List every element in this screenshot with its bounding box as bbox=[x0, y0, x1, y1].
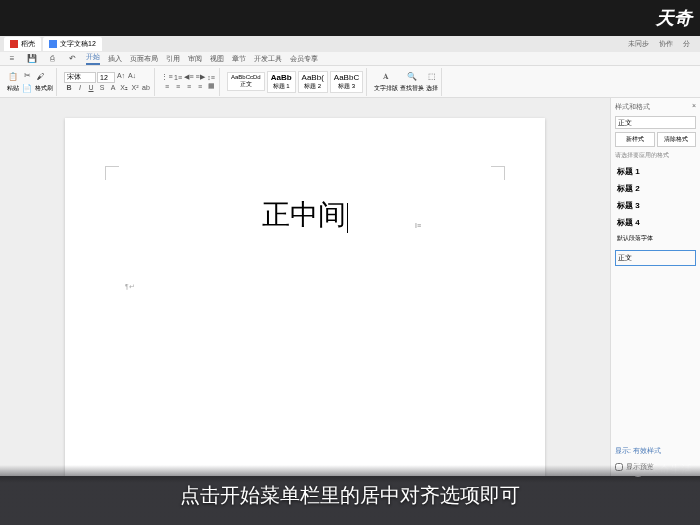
text-cursor bbox=[347, 203, 348, 233]
subscript-button[interactable]: X₂ bbox=[119, 84, 129, 92]
style-item-default[interactable]: 默认段落字体 bbox=[615, 231, 696, 246]
style-heading2[interactable]: AaBb( 标题 2 bbox=[298, 71, 328, 93]
menu-section[interactable]: 章节 bbox=[232, 54, 246, 64]
font-size-select[interactable] bbox=[97, 72, 115, 83]
current-style-field[interactable] bbox=[615, 116, 696, 129]
page[interactable]: 正中间 ¶↵ bbox=[65, 118, 545, 476]
italic-button[interactable]: I bbox=[75, 84, 85, 92]
sync-status[interactable]: 未同步 bbox=[628, 39, 649, 49]
style-item-h4[interactable]: 标题 4 bbox=[615, 214, 696, 231]
menu-icon[interactable]: ≡ bbox=[6, 53, 18, 65]
tab-document[interactable]: 文字文稿12 bbox=[43, 37, 102, 51]
align-left-icon[interactable]: ≡ bbox=[162, 82, 172, 90]
style-gallery: AaBbCcDd 正文 AaBb 标题 1 AaBb( 标题 2 AaBbC 标… bbox=[224, 68, 367, 96]
indent-inc-icon[interactable]: ≡▶ bbox=[195, 73, 205, 81]
video-top-bar: 天奇 bbox=[0, 0, 700, 36]
show-filter-link[interactable]: 显示: 有效样式 bbox=[615, 446, 697, 456]
paragraph-group: ⋮≡ 1≡ ◀≡ ≡▶ ↕≡ ≡ ≡ ≡ ≡ ▦ bbox=[159, 68, 220, 96]
tab-docer[interactable]: 稻壳 bbox=[4, 37, 41, 51]
superscript-button[interactable]: X² bbox=[130, 84, 140, 92]
align-justify-icon[interactable]: ≡ bbox=[195, 82, 205, 90]
find-replace-icon[interactable]: 🔍 bbox=[406, 71, 418, 83]
highlight-button[interactable]: ab bbox=[141, 84, 151, 92]
align-right-icon[interactable]: ≡ bbox=[184, 82, 194, 90]
increase-font-icon[interactable]: A↑ bbox=[116, 72, 126, 80]
save-icon[interactable]: 💾 bbox=[26, 53, 38, 65]
editing-group: 𝐀 文字排版 🔍 查找替换 ⬚ 选择 bbox=[371, 68, 442, 96]
document-viewport[interactable]: 正中间 ¶↵ I≡ bbox=[0, 98, 610, 476]
style-item-h2[interactable]: 标题 2 bbox=[615, 180, 696, 197]
panel-hint: 请选择要应用的格式 bbox=[615, 151, 696, 160]
style-item-h3[interactable]: 标题 3 bbox=[615, 197, 696, 214]
bullets-icon[interactable]: ⋮≡ bbox=[162, 73, 172, 81]
wps-window: 稻壳 文字文稿12 未同步 协作 分 ≡ 💾 ⎙ ↶ 开始 插入 页面布局 引用… bbox=[0, 36, 700, 476]
panel-close-icon[interactable]: × bbox=[692, 102, 696, 112]
menu-start[interactable]: 开始 bbox=[86, 52, 100, 65]
strike-button[interactable]: S bbox=[97, 84, 107, 92]
new-style-button[interactable]: 新样式 bbox=[615, 132, 655, 147]
copy-icon[interactable]: 📄 bbox=[21, 82, 33, 94]
menu-layout[interactable]: 页面布局 bbox=[130, 54, 158, 64]
style-item-body[interactable]: 正文 bbox=[615, 250, 696, 266]
content-area: 正中间 ¶↵ I≡ 样式和格式 × 新样式 清除格式 请选择要应用的格式 标题 … bbox=[0, 98, 700, 476]
font-group: A↑ A↓ B I U S A X₂ X² ab bbox=[61, 68, 155, 96]
ibeam-cursor-icon: I≡ bbox=[415, 222, 421, 229]
bold-button[interactable]: B bbox=[64, 84, 74, 92]
format-brush-icon[interactable]: 🖌 bbox=[35, 71, 47, 83]
decrease-font-icon[interactable]: A↓ bbox=[127, 72, 137, 80]
shading-icon[interactable]: ▦ bbox=[206, 82, 216, 90]
style-normal[interactable]: AaBbCcDd 正文 bbox=[227, 72, 265, 91]
paragraph-mark-icon: ¶↵ bbox=[125, 283, 135, 291]
font-family-select[interactable] bbox=[64, 72, 96, 83]
style-item-h1[interactable]: 标题 1 bbox=[615, 163, 696, 180]
numbering-icon[interactable]: 1≡ bbox=[173, 73, 183, 81]
collab-button[interactable]: 协作 bbox=[659, 39, 673, 49]
panel-title: 样式和格式 bbox=[615, 102, 650, 112]
font-color-button[interactable]: A bbox=[108, 84, 118, 92]
tab-bar-actions: 未同步 协作 分 bbox=[628, 39, 696, 49]
style-heading1[interactable]: AaBb 标题 1 bbox=[267, 71, 296, 93]
underline-button[interactable]: U bbox=[86, 84, 96, 92]
indent-dec-icon[interactable]: ◀≡ bbox=[184, 73, 194, 81]
menu-insert[interactable]: 插入 bbox=[108, 54, 122, 64]
ribbon-menu: ≡ 💾 ⎙ ↶ 开始 插入 页面布局 引用 审阅 视图 章节 开发工具 会员专享 bbox=[0, 52, 700, 66]
select-icon[interactable]: ⬚ bbox=[426, 71, 438, 83]
document-tab-bar: 稻壳 文字文稿12 未同步 协作 分 bbox=[0, 36, 700, 52]
paste-icon[interactable]: 📋 bbox=[7, 71, 19, 83]
line-spacing-icon[interactable]: ↕≡ bbox=[206, 73, 216, 81]
style-heading3[interactable]: AaBbC 标题 3 bbox=[330, 71, 363, 93]
menu-member[interactable]: 会员专享 bbox=[290, 54, 318, 64]
menu-view[interactable]: 视图 bbox=[210, 54, 224, 64]
menu-references[interactable]: 引用 bbox=[166, 54, 180, 64]
margin-corner-tr bbox=[491, 166, 505, 180]
clear-format-button[interactable]: 清除格式 bbox=[657, 132, 697, 147]
document-text[interactable]: 正中间 bbox=[115, 196, 495, 234]
share-button[interactable]: 分 bbox=[683, 39, 690, 49]
undo-icon[interactable]: ↶ bbox=[66, 53, 78, 65]
styles-panel: 样式和格式 × 新样式 清除格式 请选择要应用的格式 标题 1 标题 2 标题 … bbox=[610, 98, 700, 476]
brand-text: 天奇 bbox=[656, 6, 692, 30]
cut-icon[interactable]: ✂ bbox=[21, 69, 33, 81]
clipboard-group: 📋 粘贴 ✂ 📄 🖌 格式刷 bbox=[4, 68, 57, 96]
print-icon[interactable]: ⎙ bbox=[46, 53, 58, 65]
subtitle-overlay: 点击开始菜单栏里的居中对齐选项即可 bbox=[0, 465, 700, 525]
subtitle-text: 点击开始菜单栏里的居中对齐选项即可 bbox=[180, 482, 520, 509]
ribbon-toolbar: 📋 粘贴 ✂ 📄 🖌 格式刷 A↑ A↓ B bbox=[0, 66, 700, 98]
margin-corner-tl bbox=[105, 166, 119, 180]
menu-devtools[interactable]: 开发工具 bbox=[254, 54, 282, 64]
align-center-icon[interactable]: ≡ bbox=[173, 82, 183, 90]
word-icon bbox=[49, 40, 57, 48]
docer-icon bbox=[10, 40, 18, 48]
text-layout-icon[interactable]: 𝐀 bbox=[380, 71, 392, 83]
menu-review[interactable]: 审阅 bbox=[188, 54, 202, 64]
